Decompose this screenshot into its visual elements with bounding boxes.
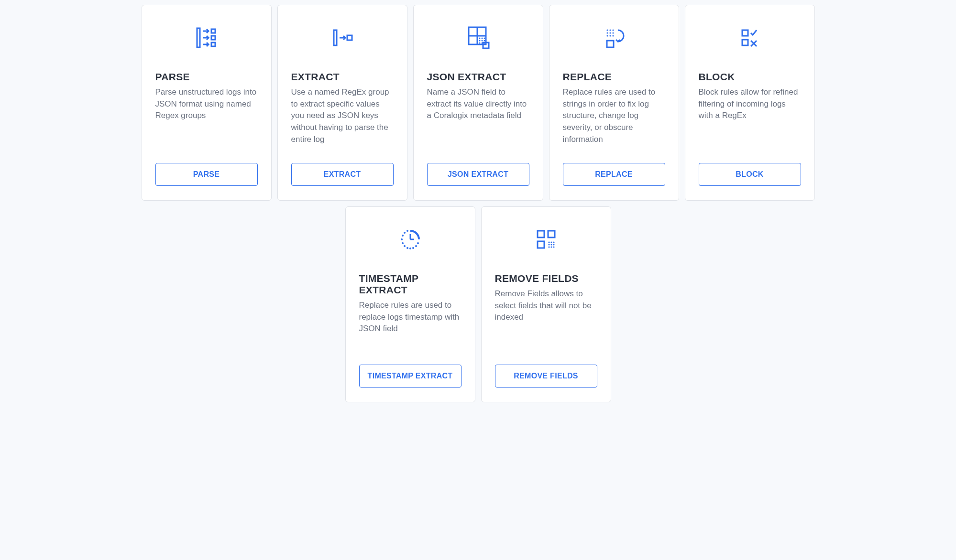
svg-point-43 [402, 242, 404, 244]
svg-point-39 [412, 247, 414, 249]
svg-point-29 [606, 35, 608, 36]
svg-point-55 [553, 241, 554, 243]
svg-point-30 [609, 35, 611, 36]
remove-fields-icon [495, 225, 597, 254]
svg-point-23 [606, 29, 608, 31]
json-extract-icon [427, 23, 529, 52]
svg-point-47 [407, 230, 408, 232]
block-button[interactable]: BLOCK [699, 163, 801, 186]
svg-rect-34 [742, 40, 748, 45]
card-description: Replace rules are used to replace logs t… [359, 300, 462, 357]
card-title: BLOCK [699, 71, 801, 83]
svg-point-15 [483, 38, 485, 39]
svg-point-40 [409, 248, 411, 249]
svg-point-16 [479, 40, 480, 42]
svg-rect-0 [197, 28, 200, 47]
card-title: PARSE [155, 71, 258, 83]
extract-button[interactable]: EXTRACT [291, 163, 394, 186]
svg-point-14 [481, 38, 483, 39]
svg-point-17 [481, 40, 483, 42]
svg-point-53 [548, 241, 549, 243]
card-description: Remove Fields allows to select fields th… [495, 288, 597, 357]
card-description: Replace rules are used to strings in ord… [563, 86, 665, 155]
card-extract: EXTRACT Use a named RegEx group to extra… [277, 5, 407, 201]
svg-rect-51 [548, 231, 555, 237]
svg-point-41 [407, 247, 408, 249]
svg-point-25 [612, 29, 614, 31]
remove-fields-button[interactable]: REMOVE FIELDS [495, 365, 597, 388]
svg-point-18 [483, 40, 485, 42]
card-title: REMOVE FIELDS [495, 273, 597, 284]
svg-point-37 [417, 242, 419, 244]
svg-point-31 [612, 35, 614, 36]
svg-point-24 [609, 29, 611, 31]
replace-icon [563, 23, 665, 52]
svg-point-28 [612, 32, 614, 33]
svg-point-57 [550, 244, 552, 245]
svg-point-61 [553, 246, 554, 248]
replace-button[interactable]: REPLACE [563, 163, 665, 186]
timestamp-extract-icon [359, 225, 462, 254]
svg-point-26 [606, 32, 608, 33]
svg-rect-50 [538, 231, 544, 237]
svg-point-60 [550, 246, 552, 248]
card-replace: REPLACE Replace rules are used to string… [549, 5, 679, 201]
svg-rect-52 [538, 241, 544, 248]
svg-rect-32 [607, 41, 614, 47]
card-remove-fields: REMOVE FIELDS Remove Fields allows to se… [481, 206, 611, 402]
json-extract-button[interactable]: JSON EXTRACT [427, 163, 529, 186]
svg-rect-33 [742, 30, 748, 36]
timestamp-extract-button[interactable]: TIMESTAMP EXTRACT [359, 365, 462, 388]
card-title: EXTRACT [291, 71, 394, 83]
svg-point-27 [609, 32, 611, 33]
rule-type-grid: PARSE Parse unstructured logs into JSON … [132, 5, 825, 402]
card-description: Name a JSON field to extract its value d… [427, 86, 529, 155]
svg-point-44 [401, 238, 403, 240]
card-timestamp-extract: TIMESTAMP EXTRACT Replace rules are used… [345, 206, 475, 402]
svg-rect-2 [211, 29, 215, 33]
svg-rect-7 [334, 30, 337, 45]
card-title: TIMESTAMP EXTRACT [359, 273, 462, 296]
parse-button[interactable]: PARSE [155, 163, 258, 186]
svg-point-42 [404, 245, 406, 247]
block-icon [699, 23, 801, 52]
svg-point-58 [553, 244, 554, 245]
card-block: BLOCK Block rules allow for refined filt… [685, 5, 815, 201]
svg-point-56 [548, 244, 549, 245]
card-parse: PARSE Parse unstructured logs into JSON … [142, 5, 272, 201]
card-title: JSON EXTRACT [427, 71, 529, 83]
svg-point-13 [479, 38, 480, 39]
card-title: REPLACE [563, 71, 665, 83]
svg-point-45 [402, 235, 404, 237]
svg-point-38 [415, 245, 417, 247]
card-description: Use a named RegEx group to extract speci… [291, 86, 394, 155]
svg-rect-9 [347, 35, 352, 40]
extract-icon [291, 23, 394, 52]
svg-rect-6 [211, 43, 215, 46]
card-description: Block rules allow for refined filtering … [699, 86, 801, 155]
svg-point-46 [404, 232, 406, 234]
parse-icon [155, 23, 258, 52]
card-description: Parse unstructured logs into JSON format… [155, 86, 258, 155]
svg-point-59 [548, 246, 549, 248]
svg-point-54 [550, 241, 552, 243]
svg-point-19 [479, 43, 480, 44]
card-json-extract: JSON EXTRACT Name a JSON field to extrac… [413, 5, 543, 201]
svg-rect-4 [211, 36, 215, 40]
